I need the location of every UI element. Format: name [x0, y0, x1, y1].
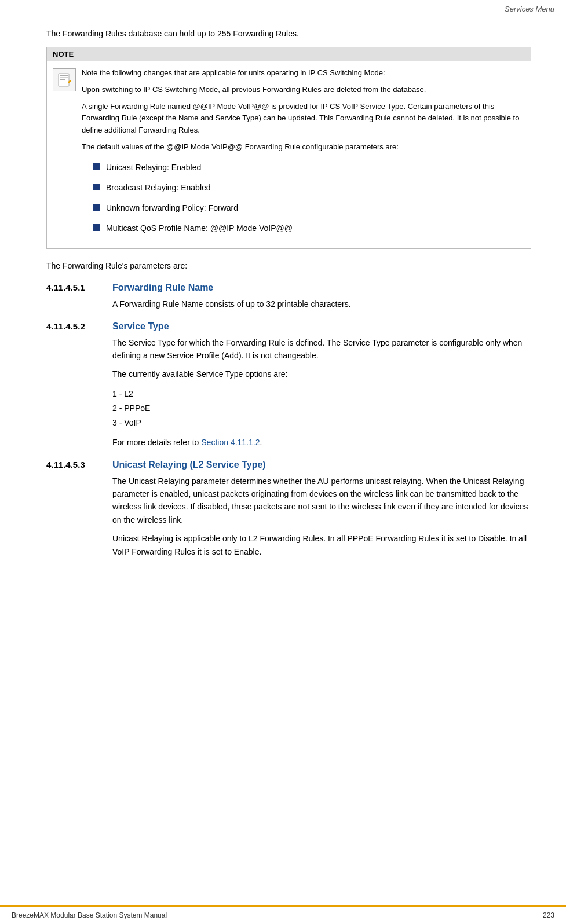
footer-left-text: BreezeMAX Modular Base Station System Ma…: [12, 911, 167, 919]
main-content: The Forwarding Rules database can hold u…: [0, 16, 566, 905]
note-box: NOTE Note the following changes that are…: [46, 47, 531, 249]
service-type-item-2: 2 - PPPoE: [112, 401, 531, 416]
bullet-square-icon: [93, 184, 100, 190]
bullet-item-1: Unicast Relaying: Enabled: [93, 162, 525, 174]
section-number-1: 4.11.4.5.1: [46, 283, 98, 292]
section-2-extra-para: For more details refer to Section 4.11.1…: [112, 436, 531, 449]
note-body: Note the following changes that are appl…: [47, 61, 531, 248]
note-header-label: NOTE: [47, 47, 531, 61]
section-number-2: 4.11.4.5.2: [46, 321, 98, 331]
bullet-square-icon: [93, 163, 100, 170]
section-number-3: 4.11.4.5.3: [46, 460, 98, 470]
section-title-1: Forwarding Rule Name: [112, 283, 213, 293]
notepad-icon: [56, 72, 72, 88]
page-container: Services Menu The Forwarding Rules datab…: [0, 0, 566, 924]
intro-paragraph: The Forwarding Rules database can hold u…: [46, 28, 531, 40]
header-title: Services Menu: [505, 5, 554, 13]
bullet-item-3: Unknown forwarding Policy: Forward: [93, 202, 525, 214]
svg-rect-3: [60, 79, 65, 80]
page-footer: BreezeMAX Modular Base Station System Ma…: [0, 905, 566, 924]
section-title-2: Service Type: [112, 321, 169, 332]
note-icon: [53, 68, 76, 91]
forwarding-rule-params-intro: The Forwarding Rule's parameters are:: [46, 259, 531, 272]
section-body-2: The Service Type for which the Forwardin…: [112, 336, 531, 449]
section-3-para-2: Unicast Relaying is applicable only to L…: [112, 532, 531, 558]
note-text-content: Note the following changes that are appl…: [82, 67, 525, 243]
note-para-3: A single Forwarding Rule named @@IP Mode…: [82, 101, 525, 137]
svg-rect-2: [60, 78, 68, 79]
svg-rect-1: [60, 75, 68, 76]
section-body-3: The Unicast Relaying parameter determine…: [112, 475, 531, 558]
service-type-item-1: 1 - L2: [112, 387, 531, 401]
bullet-item-4: Multicast QoS Profile Name: @@IP Mode Vo…: [93, 222, 525, 234]
section-1-para-1: A Forwarding Rule Name consists of up to…: [112, 298, 531, 310]
service-type-list: 1 - L2 2 - PPPoE 3 - VoIP: [112, 387, 531, 431]
note-para-1: Note the following changes that are appl…: [82, 67, 525, 79]
bullet-square-icon: [93, 224, 100, 231]
section-body-1: A Forwarding Rule Name consists of up to…: [112, 298, 531, 310]
section-2-para-1: The Service Type for which the Forwardin…: [112, 336, 531, 362]
section-4-11-4-5-2-heading: 4.11.4.5.2 Service Type: [46, 321, 531, 332]
page-header: Services Menu: [0, 0, 566, 16]
bullet-square-icon: [93, 204, 100, 211]
section-link[interactable]: Section 4.11.1.2: [201, 438, 260, 447]
section-2-para-2: The currently available Service Type opt…: [112, 368, 531, 380]
note-para-4: The default values of the @@IP Mode VoIP…: [82, 141, 525, 153]
section-title-3: Unicast Relaying (L2 Service Type): [112, 460, 266, 470]
section-4-11-4-5-1-heading: 4.11.4.5.1 Forwarding Rule Name: [46, 283, 531, 293]
note-bullet-list: Unicast Relaying: Enabled Broadcast Rela…: [93, 162, 525, 234]
footer-page-number: 223: [543, 911, 554, 919]
note-para-2: Upon switching to IP CS Switching Mode, …: [82, 84, 525, 96]
section-4-11-4-5-3-heading: 4.11.4.5.3 Unicast Relaying (L2 Service …: [46, 460, 531, 470]
bullet-item-2: Broadcast Relaying: Enabled: [93, 182, 525, 194]
service-type-item-3: 3 - VoIP: [112, 416, 531, 430]
section-3-para-1: The Unicast Relaying parameter determine…: [112, 475, 531, 527]
